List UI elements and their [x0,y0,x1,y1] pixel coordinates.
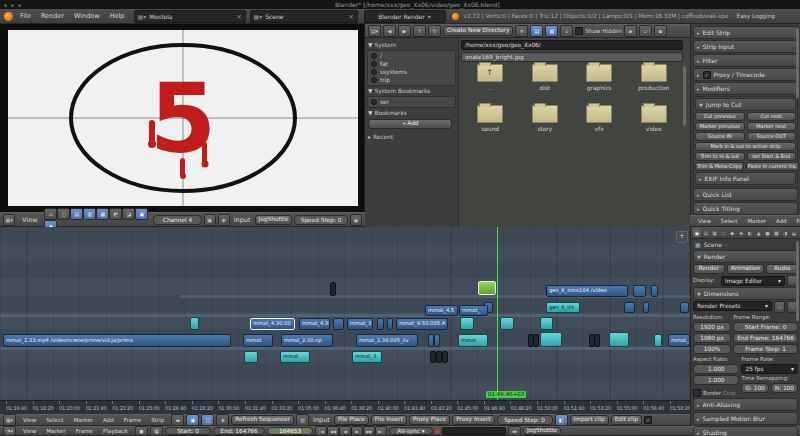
recent-section[interactable]: ▸Recent [368,134,455,140]
vse-timeline[interactable]: geo_6_intro104 /videogeo_6_intmmat_4.5mm… [0,227,690,400]
input-button[interactable]: Input [311,416,332,424]
trim-button-0-0[interactable]: Trim to in & out [695,152,745,161]
system-bookmark-ser[interactable]: ser [369,98,454,106]
preset-add-icon[interactable]: ＋ [774,301,785,313]
frame-range-field-2[interactable]: Frame Step: 1 [733,344,798,354]
section-modifiers[interactable]: ▸Modifiers [693,82,798,95]
create-directory-button[interactable]: Create New Directory [443,26,513,36]
strip-mmat[interactable]: mmat [458,334,488,347]
file-insert-button[interactable]: File Insert [371,415,407,425]
strip[interactable] [333,318,344,330]
av-sync-dropdown[interactable]: AV-sync ▾ [389,427,433,435]
screen-layout-selector[interactable]: ▦▾ Mostola ✕ [134,10,246,23]
strip[interactable] [377,318,384,330]
strip[interactable] [609,332,629,347]
view-seq-icon[interactable]: ▬ [171,414,184,426]
import-clip-button[interactable]: Import clip [570,415,609,425]
image-icon[interactable]: ▣ [204,214,216,226]
timeline-menu-marker[interactable]: Marker [41,428,70,434]
physics-tab-icon[interactable]: ◒ [790,228,798,237]
sequencer-menu-view[interactable]: View [693,218,716,224]
timeline-ruler[interactable]: 01:16:4001:18:2001:20:0001:21:4001:23:20… [0,400,690,414]
view-thumbs-icon[interactable]: ▦ [545,25,558,37]
prev-keyframe-button[interactable]: ◀◀ [327,426,339,436]
waveform-icon[interactable]: ◪ [122,208,135,220]
timeline-menu-view[interactable]: View [18,428,41,434]
jogshuttle-button[interactable]: JogShuttle [255,215,293,225]
exif-section[interactable]: ▸EXIF Info Panel [695,172,796,185]
folder-item-graphics[interactable]: graphics [572,64,627,91]
strip-geo_6_intro104[interactable]: geo_6_intro104 /video [546,285,628,297]
resolution-field-2[interactable]: 100% [693,344,731,354]
topbar-menu-window[interactable]: Window [69,12,105,20]
section-sampled-motion-blur[interactable]: ▸Sampled Motion Blur [693,412,798,425]
editor-type-icon[interactable]: ▦▾ [3,414,16,426]
border-checkbox[interactable] [693,389,701,397]
strip-mmat_[interactable]: mmat_ [459,305,488,316]
path-field[interactable]: /home/xxx/geo/geo_Xx06/ [461,40,683,50]
window-control-dots[interactable] [0,1,21,8]
play-button[interactable]: ▶ [351,426,363,436]
jump-button-0-1[interactable]: Cut next [747,112,797,121]
view-zoom-icon[interactable]: ◫ [57,208,70,220]
system-item-fat[interactable]: fat [369,60,454,68]
section-quick-titling[interactable]: ▸Quick Titling [693,202,798,215]
trim-button-1-1[interactable]: Paste in current fra. [746,162,799,171]
record-icon[interactable] [435,429,440,434]
strip[interactable] [654,334,662,347]
topbar-menu-help[interactable]: Help [105,12,130,20]
region-expand-plus[interactable]: + [676,231,688,243]
jump-button-1-0[interactable]: Marker previous [695,122,745,131]
modifiers-tab-icon[interactable]: ◐ [746,228,754,237]
strip-geo_6_int[interactable]: geo_6_int [546,302,580,313]
strip[interactable] [624,302,635,313]
show-hidden-checkbox[interactable] [575,27,583,35]
view-details-icon[interactable]: ▤ [530,25,543,37]
system-section[interactable]: ▼System [368,42,455,48]
scene-tab-icon[interactable]: ▦ [711,228,719,237]
add-bookmark-button[interactable]: ＋ Add [368,119,452,129]
camera-icon[interactable]: ● [135,426,148,436]
strip[interactable] [540,332,562,347]
sequencer-menu-strip[interactable]: Strip [146,417,169,423]
strip[interactable] [330,282,336,296]
histogram-icon[interactable]: ▣ [135,208,148,220]
up-icon[interactable]: ↑ [413,25,426,37]
strip-mmat_2.30.005_ilv[interactable]: mmat_2.30.005_ilv [356,334,418,347]
jump-button-1-1[interactable]: Marker next [747,122,797,131]
filter-image-icon[interactable]: ▱ [639,25,652,37]
close-icon[interactable]: ✕ [236,13,241,20]
input-button[interactable]: Input [232,216,253,224]
file-place-button[interactable]: File Place [334,415,369,425]
strip[interactable] [244,351,258,363]
view-both-icon[interactable]: ◫ [201,414,214,426]
strip[interactable] [680,302,689,313]
browser-type-icon[interactable]: ▤▾ [368,25,381,37]
resolution-field-1[interactable]: 1080 px [693,333,731,343]
file-browser-scrollbar[interactable] [683,66,686,126]
proxy-icon[interactable]: ▥ [296,414,309,426]
strip-mmat_4.30.00[interactable]: mmat_4.30.00 [250,318,295,330]
system-item-trip[interactable]: trip [369,76,454,84]
topbar-menu-render[interactable]: Render [36,12,69,20]
frame-range-field-1[interactable]: End Frame: 164766 [733,333,798,343]
sequencer-menu-frame[interactable]: Frame [792,218,800,224]
sequencer-menu-add[interactable]: Add [771,218,791,224]
render-engine-dropdown[interactable]: Blender Render ▾ [364,10,446,23]
npanel-scrollbar[interactable] [796,28,799,98]
animation-button[interactable]: Animation [727,264,765,274]
editor-type-icon[interactable]: ◔▾ [3,426,16,436]
section-anti-aliasing[interactable]: ▸Anti-Aliasing [693,398,798,411]
strip[interactable] [442,351,448,363]
strip-mmat_3[interactable]: mmat_3 [352,351,382,363]
folder-item-sound[interactable]: sound [463,105,518,132]
frame-range-field-0[interactable]: Start Frame: 0 [733,322,798,332]
world-tab-icon[interactable]: ○ [719,228,727,237]
mute-icon[interactable]: ◧ [555,414,568,426]
material-tab-icon[interactable]: ● [764,228,772,237]
folder-item-parentparent[interactable]: ↑.. [463,64,518,91]
folder-item-video[interactable]: video [627,105,682,132]
section-strip-input[interactable]: ▸Strip Input [693,40,798,53]
strip[interactable] [500,317,514,330]
strip-mmat_2.30.np[interactable]: mmat_2.30.np [281,334,333,347]
